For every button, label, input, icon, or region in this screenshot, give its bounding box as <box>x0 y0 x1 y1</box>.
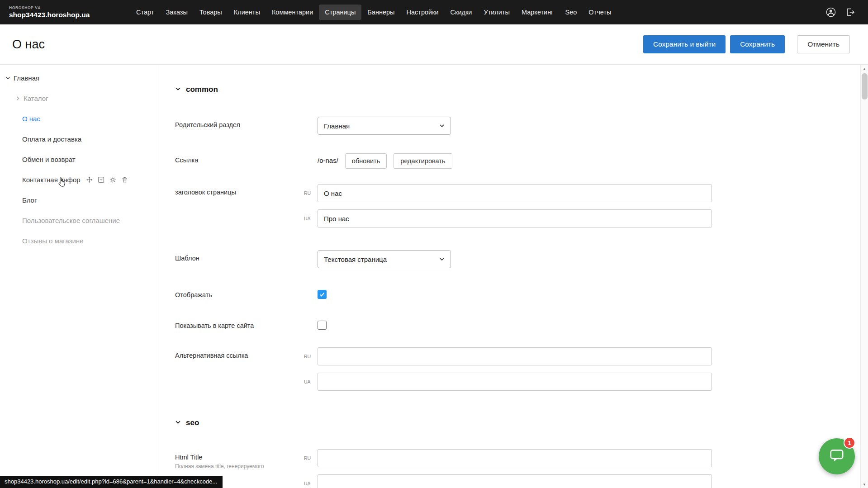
tree-item-label: О нас <box>22 115 40 123</box>
section-title: common <box>186 85 218 94</box>
brand-version: HOROSHOP V4 <box>9 6 122 10</box>
tree-item-label: Отзывы о магазине <box>22 237 83 245</box>
menu-item-start[interactable]: Старт <box>130 5 160 20</box>
parent-section-select[interactable]: Главная <box>318 117 451 135</box>
menu-item-comments[interactable]: Комментарии <box>266 5 319 20</box>
page-header: О нас Сохранить и выйти Сохранить Отмени… <box>0 24 868 65</box>
template-select[interactable]: Текстовая страница <box>318 250 451 268</box>
parent-section-label: Родительский раздел <box>175 117 304 128</box>
link-edit-button[interactable]: редактировать <box>394 153 452 169</box>
lang-tag-ru: RU <box>304 184 318 202</box>
topbar: HOROSHOP V4 shop34423.horoshop.ua Старт … <box>0 0 868 24</box>
tree-item-payment-delivery[interactable]: Оплата и доставка <box>0 129 159 149</box>
chat-widget-button[interactable]: 1 <box>819 438 855 474</box>
brand[interactable]: HOROSHOP V4 shop34423.horoshop.ua <box>0 6 122 18</box>
delete-trash-icon[interactable] <box>121 176 128 183</box>
display-label: Отображать <box>175 291 304 298</box>
chevron-right-icon[interactable] <box>14 96 22 101</box>
tree-item-label: Главная <box>14 74 39 82</box>
lang-tag-ua: UA <box>304 209 318 227</box>
menu-item-banners[interactable]: Баннеры <box>361 5 400 20</box>
chat-unread-badge: 1 <box>844 437 855 449</box>
html-title-ru-input[interactable] <box>318 449 712 467</box>
template-label: Шаблон <box>175 250 304 262</box>
menu-item-clients[interactable]: Клиенты <box>228 5 266 20</box>
lang-tag-ua: UA <box>304 373 318 391</box>
link-path: /o-nas/ <box>318 153 338 164</box>
settings-gear-icon[interactable] <box>109 176 116 183</box>
sitemap-label: Показывать в карте сайта <box>175 322 304 329</box>
chevron-down-icon <box>439 256 445 263</box>
chevron-down-icon <box>175 418 181 427</box>
save-and-exit-button[interactable]: Сохранить и выйти <box>643 35 726 53</box>
menu-item-pages[interactable]: Страницы <box>319 5 361 20</box>
menu-item-marketing[interactable]: Маркетинг <box>516 5 560 20</box>
chevron-down-icon <box>175 85 181 94</box>
tree-item-label: Оплата и доставка <box>22 135 81 143</box>
tree-item-store-reviews[interactable]: Отзывы о магазине <box>0 231 159 251</box>
tree-item-label: Контактная инфор <box>22 176 81 184</box>
menu-item-orders[interactable]: Заказы <box>160 5 193 20</box>
account-icon[interactable] <box>825 7 836 18</box>
tree-item-blog[interactable]: Блог <box>0 190 159 210</box>
sitemap-checkbox[interactable] <box>318 321 327 330</box>
link-label: Ссылка <box>175 153 304 164</box>
scroll-down-arrow[interactable]: ▼ <box>861 481 868 488</box>
tree-item-home[interactable]: Главная <box>0 68 159 88</box>
page-title-label: заголовок страницы <box>175 184 304 196</box>
alt-link-label: Альтернативная ссылка <box>175 347 304 359</box>
scrollbar-thumb[interactable] <box>862 73 868 99</box>
selected-value: Главная <box>324 122 439 130</box>
html-title-label: Html Title <box>175 454 304 461</box>
html-title-hint: Полная замена title, генерируемого <box>175 463 293 470</box>
scroll-up-arrow[interactable]: ▲ <box>861 65 868 72</box>
lang-tag-ua: UA <box>304 474 318 488</box>
page-title-ua-input[interactable] <box>318 209 712 227</box>
chat-bubble-icon <box>828 447 845 466</box>
section-title: seo <box>186 418 199 427</box>
save-button[interactable]: Сохранить <box>730 35 785 53</box>
page-title: О нас <box>12 38 45 52</box>
menu-item-seo[interactable]: Seo <box>560 5 583 20</box>
menu-item-discounts[interactable]: Скидки <box>445 5 478 20</box>
section-seo[interactable]: seo <box>175 417 860 428</box>
section-common[interactable]: common <box>175 84 860 95</box>
cancel-button[interactable]: Отменить <box>797 35 850 53</box>
menu-item-utilities[interactable]: Утилиты <box>478 5 516 20</box>
menu-item-reports[interactable]: Отчеты <box>583 5 617 20</box>
add-page-icon[interactable] <box>98 176 104 183</box>
move-icon[interactable] <box>86 176 93 183</box>
display-checkbox[interactable] <box>318 290 327 299</box>
lang-tag-ru: RU <box>304 449 318 467</box>
logout-icon[interactable] <box>845 7 855 17</box>
tree-item-catalog[interactable]: Каталог <box>0 88 159 109</box>
menu-item-settings[interactable]: Настройки <box>400 5 444 20</box>
tree-item-contact-info[interactable]: Контактная инфор <box>0 170 159 190</box>
alt-link-ua-input[interactable] <box>318 373 712 391</box>
tree-item-user-agreement[interactable]: Пользовательское соглашение <box>0 210 159 231</box>
chevron-down-icon[interactable] <box>4 76 12 81</box>
tree-item-about[interactable]: О нас <box>0 109 159 129</box>
lang-tag-ru: RU <box>304 347 318 365</box>
tree-item-exchange-return[interactable]: Обмен и возврат <box>0 149 159 170</box>
tree-item-label: Каталог <box>24 95 48 102</box>
pages-tree-sidebar: Главная Каталог О нас Оплата и доставка … <box>0 65 159 488</box>
page-edit-form: common Родительский раздел Главная Ссылк… <box>160 65 860 488</box>
chevron-down-icon <box>439 122 445 130</box>
main-menu: Старт Заказы Товары Клиенты Комментарии … <box>130 0 617 24</box>
alt-link-ru-input[interactable] <box>318 347 712 365</box>
menu-item-products[interactable]: Товары <box>194 5 228 20</box>
tree-item-label: Обмен и возврат <box>22 156 76 163</box>
selected-value: Текстовая страница <box>324 256 439 263</box>
page-title-ru-input[interactable] <box>318 184 712 202</box>
html-title-ua-input[interactable] <box>318 474 712 488</box>
tree-item-label: Блог <box>22 196 37 204</box>
browser-status-url: shop34423.horoshop.ua/edit/edit.php?id=6… <box>0 476 223 488</box>
link-refresh-button[interactable]: обновить <box>345 153 387 169</box>
brand-domain: shop34423.horoshop.ua <box>9 11 122 19</box>
vertical-scrollbar[interactable]: ▲ ▼ <box>860 65 868 488</box>
tree-item-label: Пользовательское соглашение <box>22 217 120 224</box>
